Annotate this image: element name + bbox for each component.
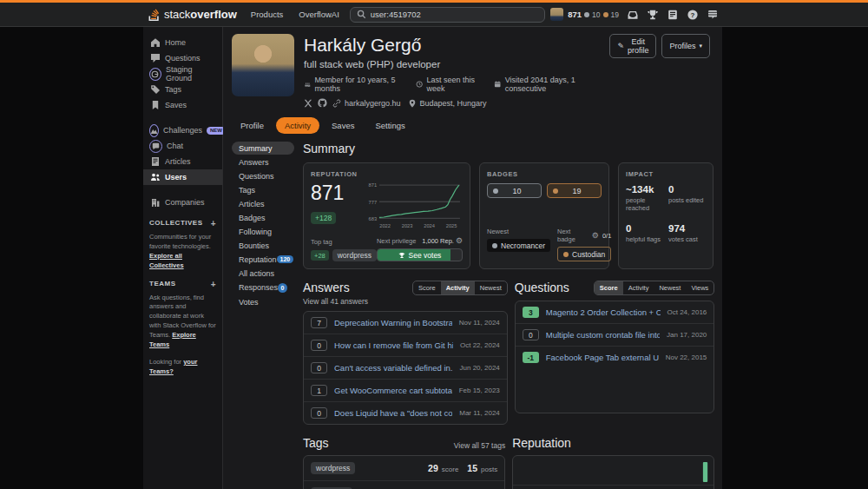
question-score: 3 xyxy=(523,307,539,318)
subnav-questions[interactable]: Questions xyxy=(232,169,294,182)
filter-activity[interactable]: Activity xyxy=(441,281,475,294)
question-title-link[interactable]: Multiple custom crontab file into one... xyxy=(546,330,660,340)
search-input[interactable] xyxy=(371,10,538,19)
sidebar-item-home[interactable]: Home xyxy=(143,35,222,50)
sidebar-item-saves[interactable]: Saves xyxy=(143,97,222,113)
sidebar-item-tags[interactable]: Tags xyxy=(143,82,222,97)
question-row[interactable]: 0 Multiple custom crontab file into one.… xyxy=(516,324,714,347)
teams-add-icon[interactable]: + xyxy=(211,280,216,289)
navbar-user-widget[interactable]: 871 10 19 xyxy=(550,8,619,21)
collectives-title: COLLECTIVES xyxy=(149,219,203,228)
nav-products[interactable]: Products xyxy=(246,6,289,23)
question-row[interactable]: -1 Facebook Page Tab external URL Nov 22… xyxy=(516,347,714,368)
answer-row[interactable]: 0 Does Liquid have a "does not contain..… xyxy=(304,402,507,424)
filter-newest[interactable]: Newest xyxy=(654,281,686,294)
answer-row[interactable]: 7 Deprecation Warning in Bootstrap... No… xyxy=(304,312,507,334)
collectives-add-icon[interactable]: + xyxy=(211,219,216,228)
silver-badges-pill[interactable]: 10 xyxy=(487,183,542,198)
gear-icon[interactable]: ⚙ xyxy=(456,236,463,245)
question-date: Oct 24, 2016 xyxy=(667,308,707,316)
answers-heading: Answers xyxy=(303,281,368,294)
tab-settings[interactable]: Settings xyxy=(366,117,413,134)
sidebar-label: Tags xyxy=(165,85,181,94)
explore-collectives-link[interactable]: Explore all Collectives xyxy=(149,252,184,269)
question-row[interactable]: 3 Magento 2 Order Collection + Custo... … xyxy=(516,301,714,324)
questions-heading: Questions xyxy=(515,281,569,294)
next-privilege-value: 1,000 Rep. xyxy=(422,237,454,245)
answer-title-link[interactable]: Can't access variable defined in... xyxy=(334,363,453,373)
filter-views[interactable]: Views xyxy=(686,281,713,294)
achievements-icon[interactable] xyxy=(647,9,659,21)
subnav-all-actions[interactable]: All actions xyxy=(232,267,294,280)
location: Budapest, Hungary xyxy=(408,99,487,108)
sidebar-item-staging-ground[interactable]: Staging Ground xyxy=(143,66,222,82)
answer-row[interactable]: 0 Can't access variable defined in... Ju… xyxy=(304,357,507,380)
question-title-link[interactable]: Facebook Page Tab external URL xyxy=(546,353,659,362)
website-link[interactable]: harkalygergo.hu xyxy=(332,99,401,108)
tab-profile[interactable]: Profile xyxy=(232,117,273,134)
gear-icon[interactable]: ⚙ xyxy=(592,231,599,240)
stackexchange-menu-icon[interactable] xyxy=(707,9,719,21)
teams-title: TEAMS xyxy=(149,280,176,289)
filter-score[interactable]: Score xyxy=(595,281,623,294)
subnav-badges[interactable]: Badges xyxy=(232,211,294,224)
subnav-following[interactable]: Following xyxy=(232,225,294,238)
search-bar[interactable] xyxy=(350,7,545,23)
answers-filter: Score Activity Newest xyxy=(412,281,508,295)
next-badge[interactable]: Custodian xyxy=(557,247,611,261)
stackoverflow-logo[interactable]: stackoverflow xyxy=(143,8,240,22)
x-profile-link[interactable] xyxy=(304,99,312,108)
reputation-list: +70 Deprecation Warning in Bootstrap SCS… xyxy=(512,455,714,489)
sidebar-item-users[interactable]: Users xyxy=(143,169,222,185)
sidebar-item-companies[interactable]: Companies xyxy=(143,195,222,210)
calendar-icon xyxy=(494,80,501,89)
subnav-responses[interactable]: Responses0 xyxy=(232,281,294,294)
github-icon xyxy=(318,98,327,108)
subnav-votes[interactable]: Votes xyxy=(232,295,294,308)
tag-icon xyxy=(149,84,161,95)
sidebar-item-challenges[interactable]: Challenges NEW xyxy=(143,122,222,138)
sidebar-item-questions[interactable]: Questions xyxy=(143,50,222,66)
profile-name: Harkály Gergő xyxy=(304,35,600,56)
answer-row[interactable]: 1 Get WooCommerce cart subtotal in... Fe… xyxy=(304,380,507,402)
filter-activity[interactable]: Activity xyxy=(623,281,654,294)
sidebar-item-chat[interactable]: Chat xyxy=(143,138,222,154)
view-all-answers-link[interactable]: View all 41 answers xyxy=(303,297,368,306)
profiles-dropdown-button[interactable]: Profiles ▾ xyxy=(661,34,710,58)
answer-title-link[interactable]: How can I remove file from Git history? xyxy=(334,340,453,350)
reputation-progress-bar[interactable]: See votes xyxy=(377,248,463,261)
filter-newest[interactable]: Newest xyxy=(475,281,507,294)
sidebar-item-articles[interactable]: Articles xyxy=(143,154,222,169)
help-icon[interactable]: ? xyxy=(687,9,699,21)
filter-score[interactable]: Score xyxy=(413,281,441,294)
newest-badge[interactable]: Necromancer xyxy=(487,239,550,252)
tag-pill[interactable]: wordpress xyxy=(311,462,355,474)
inbox-icon[interactable] xyxy=(627,9,639,21)
tab-activity[interactable]: Activity xyxy=(276,117,319,134)
answer-title-link[interactable]: Get WooCommerce cart subtotal in... xyxy=(334,386,452,395)
view-all-tags-link[interactable]: View all 57 tags xyxy=(454,441,505,450)
tag-row[interactable]: wordpress 29 score 15 posts xyxy=(304,456,504,481)
nav-overflowai[interactable]: OverflowAI xyxy=(293,6,344,23)
bronze-badges-pill[interactable]: 19 xyxy=(547,183,602,198)
github-profile-link[interactable] xyxy=(318,98,327,108)
review-icon[interactable] xyxy=(667,9,679,21)
question-title-link[interactable]: Magento 2 Order Collection + Custo... xyxy=(546,307,661,317)
subnav-tags[interactable]: Tags xyxy=(232,183,294,196)
sidebar-label: Challenges xyxy=(163,126,202,135)
subnav-answers[interactable]: Answers xyxy=(232,155,294,169)
tag-posts: 15 xyxy=(467,463,477,473)
collectives-section: COLLECTIVES + Communities for your favor… xyxy=(143,210,222,271)
tag-row[interactable]: javascript 13 score 7 posts xyxy=(304,481,504,489)
answer-title-link[interactable]: Deprecation Warning in Bootstrap... xyxy=(334,318,452,327)
edit-profile-button[interactable]: ✎ Edit profile xyxy=(609,34,656,58)
subnav-articles[interactable]: Articles xyxy=(232,197,294,210)
top-tag-pill[interactable]: wordpress xyxy=(332,249,377,261)
tab-saves[interactable]: Saves xyxy=(323,117,363,134)
subnav-bounties[interactable]: Bounties xyxy=(232,239,294,252)
subnav-reputation[interactable]: Reputation120 xyxy=(232,253,294,266)
reputation-event-row[interactable]: +70 Deprecation Warning in Bootstrap SCS… xyxy=(513,486,713,489)
answer-title-link[interactable]: Does Liquid have a "does not contain... xyxy=(334,408,452,418)
subnav-summary[interactable]: Summary xyxy=(232,142,294,155)
answer-row[interactable]: 0 How can I remove file from Git history… xyxy=(304,334,507,357)
